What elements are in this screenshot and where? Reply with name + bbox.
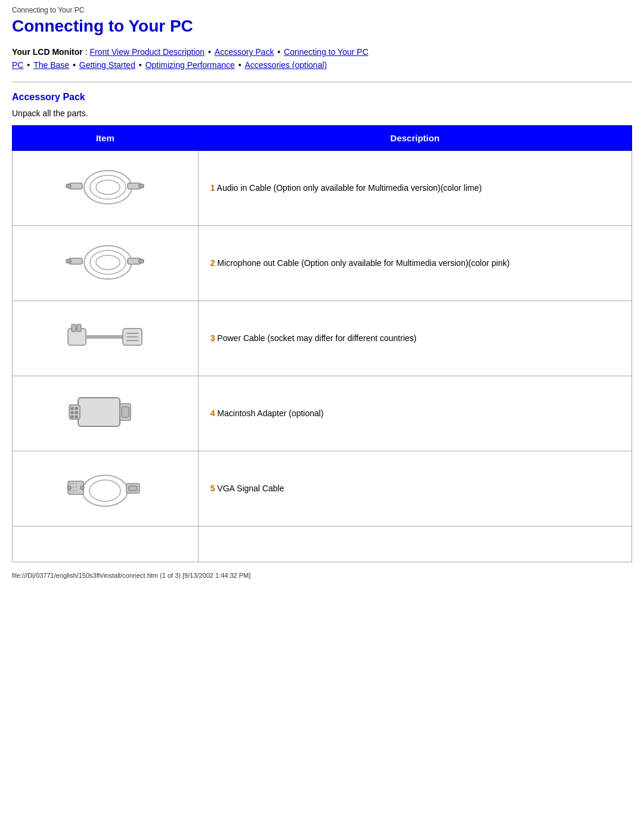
svg-point-20 [71, 407, 73, 410]
svg-point-8 [90, 250, 126, 274]
nav-link-accessory-pack[interactable]: Accessory Pack [215, 47, 274, 57]
svg-point-25 [75, 416, 78, 418]
item-image-4 [13, 376, 199, 451]
item-image-empty [13, 526, 199, 562]
item-image-3 [13, 301, 199, 376]
item-desc-empty [198, 526, 631, 562]
svg-rect-27 [122, 407, 129, 417]
nav-prefix: Your LCD Monitor [12, 47, 83, 57]
divider [12, 82, 632, 82]
vga-cable-icon [63, 461, 147, 515]
intro-text: Unpack all the parts. [12, 109, 632, 118]
svg-point-22 [71, 411, 73, 414]
svg-rect-16 [77, 324, 81, 332]
svg-point-21 [75, 407, 78, 410]
page-title: Connecting to Your PC [12, 17, 632, 36]
breadcrumb: Connecting to Your PC [12, 6, 632, 14]
svg-rect-13 [139, 259, 144, 263]
nav-link-connecting[interactable]: Connecting to Your PC [284, 47, 369, 57]
nav-links: Your LCD Monitor : Front View Product De… [12, 45, 632, 72]
status-bar: file:///D|/03771/english/150s3fh/install… [12, 572, 632, 579]
col-header-item: Item [13, 125, 199, 150]
svg-rect-34 [129, 486, 137, 491]
col-header-desc: Description [198, 125, 631, 150]
item-image-5 [13, 451, 199, 526]
table-row-empty [13, 526, 632, 562]
nav-link-pc[interactable]: PC [12, 60, 23, 70]
table-row: 5 VGA Signal Cable [13, 451, 632, 526]
audio-cable-icon [63, 160, 147, 214]
svg-rect-4 [66, 184, 71, 188]
section-title: Accessory Pack [12, 92, 632, 103]
item-desc-1: 1 Audio in Cable (Option only available … [198, 150, 631, 225]
svg-point-9 [96, 255, 120, 270]
svg-point-23 [75, 411, 78, 414]
svg-point-29 [89, 480, 120, 501]
svg-point-31 [67, 486, 71, 490]
svg-point-2 [96, 180, 120, 194]
svg-rect-11 [66, 259, 71, 263]
table-row: 3 Power Cable (socket may differ for dif… [13, 301, 632, 376]
svg-rect-15 [72, 324, 76, 332]
item-image-1 [13, 150, 199, 225]
svg-point-1 [90, 175, 126, 199]
svg-rect-18 [78, 398, 120, 426]
item-desc-4: 4 Macintosh Adapter (optional) [198, 376, 631, 451]
table-row: 1 Audio in Cable (Option only available … [13, 150, 632, 225]
microphone-cable-icon [63, 236, 147, 289]
nav-link-front-view[interactable]: Front View Product Description [89, 47, 205, 57]
table-row: 4 Macintosh Adapter (optional) [13, 376, 632, 451]
item-image-2 [13, 225, 199, 301]
svg-point-24 [71, 416, 73, 418]
svg-rect-6 [139, 184, 144, 188]
svg-point-32 [80, 486, 84, 490]
nav-link-optimizing[interactable]: Optimizing Performance [145, 60, 235, 70]
nav-link-base[interactable]: The Base [33, 60, 69, 70]
nav-link-accessories[interactable]: Accessories (optional) [244, 60, 327, 70]
nav-link-getting-started[interactable]: Getting Started [79, 60, 135, 70]
item-desc-5: 5 VGA Signal Cable [198, 451, 631, 526]
item-desc-3: 3 Power Cable (socket may differ for dif… [198, 301, 631, 376]
accessory-table: Item Description [12, 125, 632, 562]
table-row: 2 Microphone out Cable (Option only avai… [13, 225, 632, 301]
item-desc-2: 2 Microphone out Cable (Option only avai… [198, 225, 631, 301]
macintosh-adapter-icon [63, 386, 147, 439]
power-cable-icon [63, 311, 147, 364]
